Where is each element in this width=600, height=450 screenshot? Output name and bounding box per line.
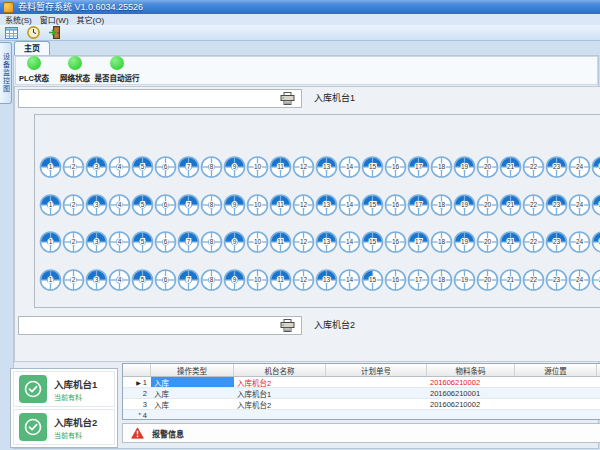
cell-barcode[interactable]: 201606210002 (427, 377, 515, 387)
menu-window[interactable]: 窗口(W) (40, 14, 69, 25)
cell-rownum[interactable]: *4 (123, 410, 151, 420)
cell-machine[interactable]: 入库机台2 (234, 377, 326, 387)
table-row[interactable]: 3入库入库机台2201606210002 (123, 399, 600, 410)
machine2-print-button[interactable] (18, 316, 302, 335)
svg-text:7: 7 (187, 276, 191, 283)
machine1-status-card[interactable]: 入库机台1 当前有料 (13, 371, 115, 407)
cell-plan-no[interactable] (326, 388, 427, 398)
svg-text:2: 2 (72, 276, 76, 283)
svg-text:2: 2 (72, 201, 76, 208)
storage-slot: 17 (407, 269, 430, 291)
machine2-status-card[interactable]: 入库机台2 当前有料 (13, 409, 115, 445)
check-icon (19, 375, 47, 403)
cell-plan-no[interactable] (326, 399, 427, 409)
svg-text:12: 12 (300, 163, 308, 170)
storage-slot: 19 (453, 269, 476, 291)
cell-plan-no[interactable] (326, 377, 427, 387)
storage-slot: 7 (177, 194, 200, 216)
svg-text:4: 4 (118, 276, 122, 283)
svg-text:15: 15 (369, 163, 377, 170)
storage-slot: 1 (39, 231, 62, 253)
svg-text:15: 15 (369, 276, 377, 283)
table-row[interactable]: 2入库入库机台1201606210001 (123, 388, 600, 399)
machine1-card-subtitle: 当前有料 (54, 392, 82, 402)
svg-text:17: 17 (415, 201, 423, 208)
cell-op-type[interactable]: 入库 (151, 399, 234, 409)
svg-text:1: 1 (49, 201, 53, 208)
side-panel-tab-label: 设备监控图 (1, 53, 11, 93)
storage-slot: 20 (476, 231, 499, 253)
svg-text:24: 24 (576, 163, 584, 170)
storage-slot: 21 (499, 231, 522, 253)
storage-slot: 4 (108, 269, 131, 291)
storage-slot: 17 (407, 156, 430, 178)
storage-slot: 3 (85, 269, 108, 291)
svg-text:23: 23 (553, 163, 561, 170)
cell-machine[interactable]: 入库机台1 (234, 388, 326, 398)
svg-text:23: 23 (553, 201, 561, 208)
machine1-print-button[interactable] (18, 89, 302, 108)
cell-rownum[interactable]: 2 (123, 388, 151, 398)
indicator-autorun: 是否自动运行 (84, 56, 150, 83)
slot-row-3: 1 2 3 4 5 6 (39, 231, 600, 253)
svg-text:7: 7 (187, 201, 191, 208)
svg-text:10: 10 (254, 276, 262, 283)
storage-slot: 7 (177, 156, 200, 178)
cell-barcode[interactable]: 201606210001 (427, 388, 515, 398)
cell-barcode[interactable] (427, 410, 515, 420)
storage-slot: 8 (200, 231, 223, 253)
row-number: 4 (143, 411, 147, 420)
cell-op-type[interactable]: 入库 (151, 388, 234, 398)
tab-home[interactable]: 主页 (14, 41, 50, 55)
exit-door-icon[interactable] (48, 26, 63, 40)
cell-op-type[interactable] (151, 410, 234, 420)
svg-text:19: 19 (461, 276, 469, 283)
table-row[interactable]: *4 (123, 410, 600, 420)
svg-text:13: 13 (323, 201, 331, 208)
storage-slot: 10 (246, 194, 269, 216)
storage-slot: 10 (246, 231, 269, 253)
slot-row-2: 1 2 3 4 5 6 (39, 194, 600, 216)
svg-text:23: 23 (553, 276, 561, 283)
cell-machine[interactable] (234, 410, 326, 420)
svg-text:12: 12 (300, 276, 308, 283)
cell-rownum[interactable]: 3 (123, 399, 151, 409)
menu-system[interactable]: 系统(S) (5, 14, 32, 25)
svg-text:15: 15 (369, 201, 377, 208)
cell-barcode[interactable]: 201606210002 (427, 399, 515, 409)
storage-slot: 22 (522, 156, 545, 178)
side-panel-tab[interactable]: 设备监控图 (0, 42, 12, 104)
cell-plan-no[interactable] (326, 410, 427, 420)
cell-source[interactable] (515, 388, 597, 398)
cell-source[interactable] (515, 377, 597, 387)
svg-text:14: 14 (346, 238, 354, 245)
cell-op-type[interactable]: 入库 (151, 377, 234, 387)
cell-source[interactable] (515, 399, 597, 409)
storage-slot: 6 (154, 156, 177, 178)
svg-text:19: 19 (461, 238, 469, 245)
menu-other[interactable]: 其它(O) (77, 14, 105, 25)
storage-slot: 24 (568, 231, 591, 253)
storage-slot: 2 (62, 194, 85, 216)
storage-slot: 18 (430, 231, 453, 253)
svg-text:9: 9 (233, 238, 237, 245)
cell-machine[interactable]: 入库机台2 (234, 399, 326, 409)
svg-text:17: 17 (415, 238, 423, 245)
clock-icon[interactable] (26, 26, 41, 40)
storage-slot: 3 (85, 194, 108, 216)
svg-text:22: 22 (530, 238, 538, 245)
cell-source[interactable] (515, 410, 597, 420)
calendar-grid-icon[interactable] (4, 26, 19, 40)
alarm-section-bar[interactable]: 报警信息 (122, 423, 600, 443)
cell-rownum[interactable]: ▶1 (123, 377, 151, 387)
row-indicator: ▶ (136, 379, 141, 386)
printer-icon (280, 92, 295, 105)
storage-slot: 22 (522, 231, 545, 253)
svg-text:14: 14 (346, 163, 354, 170)
svg-text:16: 16 (392, 163, 400, 170)
svg-text:5: 5 (141, 163, 145, 170)
svg-text:16: 16 (392, 238, 400, 245)
storage-slot: 4 (108, 194, 131, 216)
storage-slot: 17 (407, 231, 430, 253)
table-row[interactable]: ▶1入库入库机台2201606210002 (123, 377, 600, 388)
